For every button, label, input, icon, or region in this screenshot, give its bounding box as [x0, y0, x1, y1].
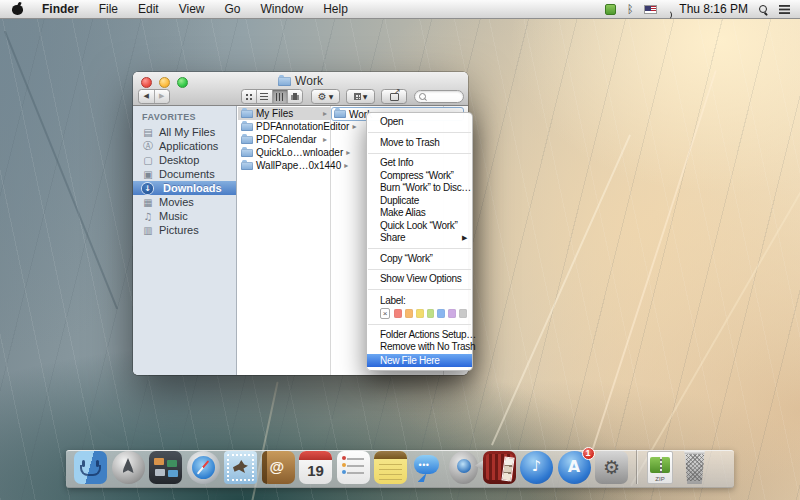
- dock-trash-icon[interactable]: [681, 451, 709, 484]
- menu-item-folder-actions-setup[interactable]: Folder Actions Setup…: [367, 329, 472, 342]
- dock-zip-file-icon[interactable]: ZIP: [647, 451, 673, 484]
- sidebar-item-label: Documents: [159, 168, 215, 180]
- file-name: PDFCalendar: [256, 134, 317, 145]
- menu-separator: [368, 248, 471, 249]
- dock-reminders-icon[interactable]: [337, 451, 370, 484]
- menu-item-share[interactable]: Share▶: [367, 232, 472, 245]
- menu-item-make-alias[interactable]: Make Alias: [367, 207, 472, 220]
- sidebar-item-documents[interactable]: ▣ Documents: [133, 167, 236, 181]
- menu-item-compress[interactable]: Compress “Work”: [367, 170, 472, 183]
- menu-item-open[interactable]: Open: [367, 116, 472, 129]
- dock-messages-icon[interactable]: •••: [412, 451, 445, 484]
- input-language-flag-icon[interactable]: [644, 5, 657, 14]
- menu-window[interactable]: Window: [251, 0, 314, 19]
- sidebar-item-music[interactable]: ♫ Music: [133, 209, 236, 223]
- file-row-pdfcalendar[interactable]: PDFCalendar ▸: [238, 133, 330, 146]
- menu-bar-clock[interactable]: Thu 8:16 PM: [679, 2, 748, 16]
- sidebar-item-label: All My Files: [159, 126, 215, 138]
- file-name: My Files: [256, 108, 293, 119]
- sidebar-item-label: Music: [159, 210, 188, 222]
- dock-launchpad-icon[interactable]: [112, 451, 145, 484]
- sidebar-item-label: Movies: [159, 196, 194, 208]
- menu-file[interactable]: File: [89, 0, 128, 19]
- menu-separator: [368, 132, 471, 133]
- calendar-day: 19: [299, 461, 332, 481]
- label-gray-button[interactable]: [459, 309, 467, 318]
- label-red-button[interactable]: [394, 309, 402, 318]
- menu-go[interactable]: Go: [215, 0, 251, 19]
- icon-view-button[interactable]: [242, 90, 256, 103]
- sidebar-item-label: Desktop: [159, 154, 199, 166]
- column-view-button[interactable]: [272, 90, 287, 103]
- forward-button[interactable]: ▶: [154, 90, 170, 103]
- sidebar-item-pictures[interactable]: ▥ Pictures: [133, 223, 236, 237]
- menu-finder[interactable]: Finder: [32, 0, 89, 19]
- dock-mission-control-icon[interactable]: [149, 451, 182, 484]
- sidebar-item-downloads[interactable]: ↓ Downloads: [133, 181, 236, 195]
- sidebar-item-movies[interactable]: ▦ Movies: [133, 195, 236, 209]
- share-button[interactable]: [381, 89, 407, 104]
- menu-item-duplicate[interactable]: Duplicate: [367, 195, 472, 208]
- action-menu-button[interactable]: ⚙▼: [311, 89, 340, 104]
- dock-system-preferences-icon[interactable]: ⚙: [595, 451, 628, 484]
- menu-separator: [368, 324, 471, 325]
- dock-mail-icon[interactable]: [224, 451, 257, 484]
- dock-itunes-icon[interactable]: ♪: [520, 451, 553, 484]
- arrange-menu-button[interactable]: ▼: [346, 89, 375, 104]
- title-bar[interactable]: Work ◀ ▶ ⚙▼ ▼: [133, 72, 468, 106]
- label-purple-button[interactable]: [448, 309, 456, 318]
- menu-item-get-info[interactable]: Get Info: [367, 157, 472, 170]
- file-row-quicklook-downloader[interactable]: QuickLo…wnloader ▸: [238, 146, 330, 159]
- file-row-pdfannotationeditor[interactable]: PDFAnnotationEditor ▸: [238, 120, 330, 133]
- file-row-wallpaper[interactable]: WallPape…0x1440 ▸: [238, 159, 330, 172]
- menu-item-quick-look[interactable]: Quick Look “Work”: [367, 220, 472, 233]
- menu-edit[interactable]: Edit: [128, 0, 169, 19]
- label-heading: Label:: [380, 295, 467, 306]
- back-button[interactable]: ◀: [139, 90, 154, 103]
- sidebar-item-desktop[interactable]: ▢ Desktop: [133, 153, 236, 167]
- label-green-button[interactable]: [427, 309, 435, 318]
- label-none-button[interactable]: ×: [380, 308, 390, 319]
- chevron-right-icon: ▸: [323, 109, 327, 118]
- coverflow-view-button[interactable]: [287, 90, 302, 103]
- chevron-right-icon: ▸: [346, 148, 350, 157]
- label-yellow-button[interactable]: [416, 309, 424, 318]
- folder-icon: [241, 123, 253, 131]
- app-store-letter: A: [558, 457, 591, 476]
- list-view-button[interactable]: [256, 90, 271, 103]
- search-field[interactable]: [414, 90, 464, 103]
- label-orange-button[interactable]: [405, 309, 413, 318]
- sidebar-item-all-my-files[interactable]: ▤ All My Files: [133, 125, 236, 139]
- dock-photo-booth-icon[interactable]: [483, 451, 516, 484]
- menu-item-show-view-options[interactable]: Show View Options: [367, 273, 472, 286]
- chevron-right-icon: ▸: [323, 135, 327, 144]
- menubar-app-icon[interactable]: [605, 4, 616, 15]
- dock: @ 19 ••• ♪ A1 ⚙ ZIP: [66, 450, 734, 488]
- spotlight-icon[interactable]: [759, 5, 768, 14]
- notification-center-icon[interactable]: [779, 5, 790, 14]
- search-icon: [419, 93, 427, 101]
- messages-dots: •••: [419, 460, 430, 470]
- menu-item-remove-with-no-trash[interactable]: Remove with No Trash: [367, 341, 472, 354]
- menu-help[interactable]: Help: [313, 0, 358, 19]
- dock-calendar-icon[interactable]: 19: [299, 451, 332, 484]
- apple-menu-icon[interactable]: [12, 3, 24, 15]
- dock-app-store-icon[interactable]: A1: [558, 451, 591, 484]
- dock-facetime-icon[interactable]: [449, 451, 478, 484]
- gear-icon: ⚙: [318, 91, 327, 102]
- menu-item-burn[interactable]: Burn “Work” to Disc…: [367, 182, 472, 195]
- dock-finder-icon[interactable]: [74, 451, 107, 484]
- menu-view[interactable]: View: [169, 0, 215, 19]
- menu-item-move-to-trash[interactable]: Move to Trash: [367, 137, 472, 150]
- context-menu: Open Move to Trash Get Info Compress “Wo…: [366, 112, 473, 371]
- menu-item-new-file-here[interactable]: New File Here: [367, 354, 472, 367]
- label-blue-button[interactable]: [437, 309, 445, 318]
- file-row-my-files[interactable]: My Files ▸: [238, 107, 330, 120]
- dock-safari-icon[interactable]: [187, 451, 220, 484]
- dock-contacts-icon[interactable]: @: [262, 451, 295, 484]
- sidebar-item-applications[interactable]: Ⓐ Applications: [133, 139, 236, 153]
- menu-item-label: Share: [380, 232, 405, 245]
- menu-item-copy[interactable]: Copy “Work”: [367, 253, 472, 266]
- dock-notes-icon[interactable]: [374, 451, 407, 484]
- bluetooth-icon[interactable]: ᛒ: [627, 0, 634, 19]
